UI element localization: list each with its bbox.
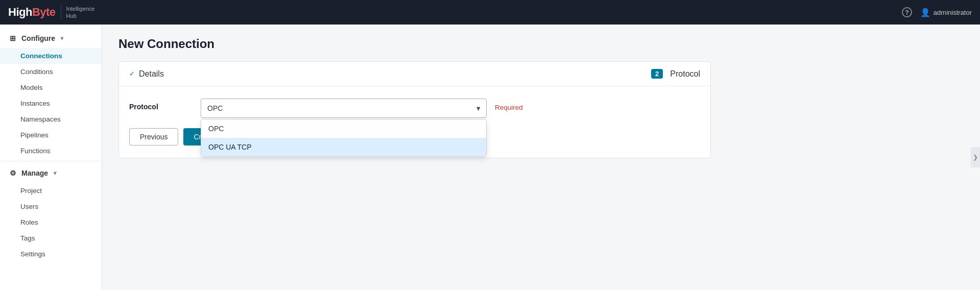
logo-subtitle: Intelligence Hub	[61, 5, 95, 20]
topnav-right: ? 👤 administrator	[902, 7, 972, 17]
sidebar-item-project[interactable]: Project	[0, 183, 102, 199]
protocol-select-wrapper: OPC ▼ OPC OPC UA TCP	[201, 99, 487, 118]
protocol-form-row: Protocol OPC ▼ OPC OPC UA TCP	[129, 99, 700, 118]
configure-label: Configure	[21, 34, 55, 42]
sidebar-item-settings[interactable]: Settings	[0, 246, 102, 262]
configure-icon: ⊞	[8, 34, 17, 43]
manage-icon: ⚙	[8, 168, 17, 178]
card-header: ✓ Details 2 Protocol	[119, 62, 710, 86]
logo-byte: Byte	[32, 6, 56, 19]
sidebar-item-pipelines[interactable]: Pipelines	[0, 127, 102, 143]
sidebar-item-connections[interactable]: Connections	[0, 48, 102, 64]
logo-high: High	[8, 6, 32, 19]
protocol-control-wrap: OPC ▼ OPC OPC UA TCP Required	[201, 99, 523, 118]
manage-label: Manage	[21, 169, 48, 177]
sidebar-item-models[interactable]: Models	[0, 80, 102, 95]
right-collapse-button[interactable]: ❯	[971, 147, 980, 167]
protocol-select[interactable]: OPC	[201, 99, 487, 118]
help-button[interactable]: ?	[902, 7, 912, 17]
manage-section-header[interactable]: ⚙ Manage ▼	[0, 163, 102, 183]
sidebar-item-tags[interactable]: Tags	[0, 230, 102, 246]
configure-chevron: ▼	[59, 35, 65, 41]
user-area: 👤 administrator	[920, 8, 972, 17]
logo: HighByte Intelligence Hub	[8, 5, 94, 20]
sidebar-divider	[0, 161, 102, 161]
protocol-selected-value: OPC	[207, 104, 223, 112]
sidebar-item-namespaces[interactable]: Namespaces	[0, 111, 102, 127]
previous-button[interactable]: Previous	[129, 128, 178, 146]
required-text: Required	[495, 99, 523, 111]
manage-chevron: ▼	[52, 170, 58, 176]
user-icon: 👤	[920, 8, 930, 17]
sidebar-item-roles[interactable]: Roles	[0, 214, 102, 230]
card-details-label: Details	[139, 69, 647, 79]
sidebar-item-users[interactable]: Users	[0, 199, 102, 214]
dropdown-option-opc-ua-tcp[interactable]: OPC UA TCP	[201, 138, 486, 156]
user-label: administrator	[934, 9, 972, 16]
page-title: New Connection	[118, 37, 964, 51]
sidebar: ⊞ Configure ▼ Connections Conditions Mod…	[0, 25, 102, 290]
dropdown-option-opc[interactable]: OPC	[201, 119, 486, 138]
step-label: Protocol	[670, 69, 700, 79]
card-body: Protocol OPC ▼ OPC OPC UA TCP	[119, 86, 710, 158]
sidebar-item-instances[interactable]: Instances	[0, 95, 102, 111]
protocol-dropdown: OPC OPC UA TCP	[201, 119, 487, 157]
details-card: ✓ Details 2 Protocol Protocol OPC ▼	[118, 61, 711, 158]
sidebar-item-functions[interactable]: Functions	[0, 143, 102, 159]
main-content: New Connection ✓ Details 2 Protocol Prot…	[102, 25, 980, 290]
configure-section-header[interactable]: ⊞ Configure ▼	[0, 29, 102, 48]
card-header-chevron-icon: ✓	[129, 70, 135, 78]
logo-area: HighByte Intelligence Hub	[8, 5, 94, 20]
top-navigation: HighByte Intelligence Hub ? 👤 administra…	[0, 0, 980, 25]
step-badge: 2	[651, 69, 663, 79]
sidebar-item-conditions[interactable]: Conditions	[0, 64, 102, 80]
protocol-label: Protocol	[129, 99, 190, 111]
